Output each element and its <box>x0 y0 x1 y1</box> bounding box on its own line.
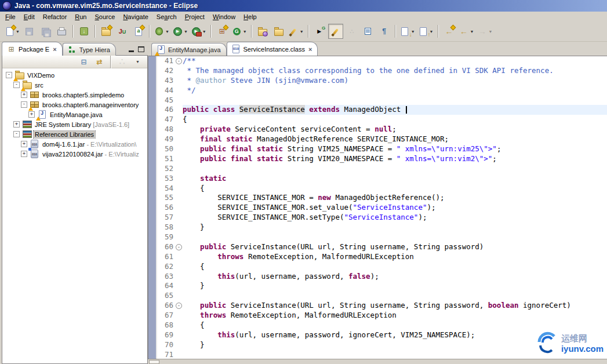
code-line-55[interactable]: 55 SERVICE_INSTANCE_MOR = new ManagedObj… <box>157 193 607 203</box>
code-line-61[interactable]: 61 throws RemoteException, MalformedURLE… <box>157 252 607 262</box>
expand-icon[interactable]: + <box>21 141 27 147</box>
collapse-icon[interactable]: - <box>21 101 27 108</box>
collapse-icon[interactable]: - <box>6 72 12 78</box>
tree-item-brooks-chapter5-simpledemo[interactable]: +brooks.chapter5.simpledemo <box>2 90 147 100</box>
code-line-52[interactable]: 52 <box>157 164 607 174</box>
code-line-44[interactable]: 44 */ <box>157 86 607 96</box>
code-line-51[interactable]: 51 public final static String VIM20_NAME… <box>157 154 607 164</box>
new-wizard-button[interactable]: ▼ <box>3 24 21 39</box>
maximize-view-icon[interactable] <box>138 46 144 52</box>
code-line-54[interactable]: 54 { <box>157 184 607 194</box>
expand-icon[interactable]: + <box>21 92 27 98</box>
code-line-42[interactable]: 42 * The managed object class correspond… <box>157 66 607 76</box>
code-line-58[interactable]: 58 } <box>157 223 607 232</box>
back-button[interactable]: ←▼ <box>458 24 475 39</box>
next-annotation-button[interactable]: ↓▼ <box>399 24 416 39</box>
menu-source[interactable]: Source <box>91 13 119 21</box>
tab-serviceinstance-class[interactable]: 010 ServiceInstance.class × <box>227 42 318 56</box>
fold-collapse-icon[interactable]: - <box>176 58 182 64</box>
new-annotation-button[interactable]: a <box>131 24 146 39</box>
project-tree[interactable]: -VIXDemo-src+brooks.chapter5.simpledemo-… <box>2 68 147 159</box>
tab-type-hierarchy[interactable]: Type Hiera <box>63 43 116 56</box>
code-line-60[interactable]: 60- public ServiceInstance(URL url, Stri… <box>157 242 607 252</box>
open-type-button[interactable] <box>255 24 270 39</box>
menu-project[interactable]: Project <box>181 13 209 21</box>
minimize-view-icon[interactable] <box>129 46 134 52</box>
fold-collapse-icon[interactable]: - <box>176 303 182 309</box>
fold-collapse-icon[interactable]: - <box>176 244 182 250</box>
tab-package-explorer[interactable]: ⊞ Package E × <box>2 42 63 56</box>
tree-item-dom4j-1-6-1-jar[interactable]: +010dom4j-1.6.1.jar - E:\Virtualization\ <box>2 139 147 149</box>
code-line-49[interactable]: 49 final static ManagedObjectReference S… <box>157 134 607 144</box>
scrollbar-thumb[interactable] <box>149 360 159 364</box>
annotation-ruler[interactable] <box>148 56 157 359</box>
code-line-56[interactable]: 56 SERVICE_INSTANCE_MOR.set_value("Servi… <box>157 203 607 213</box>
code-line-47[interactable]: 47{ <box>157 115 607 125</box>
close-icon[interactable]: × <box>308 46 312 53</box>
run-last-launched-button[interactable]: ▶G <box>312 24 327 39</box>
dropdown-arrow-icon[interactable]: ▼ <box>16 30 20 34</box>
menu-help[interactable]: Help <box>239 13 261 21</box>
code-line-45[interactable]: 45 <box>157 96 607 105</box>
code-line-64[interactable]: 64 } <box>157 281 607 291</box>
code-editor[interactable]: 41-/**42 * The managed object class corr… <box>157 56 607 359</box>
collapse-icon[interactable]: - <box>13 82 20 88</box>
tree-item-referenced-libraries[interactable]: -Referenced Libraries <box>2 129 147 139</box>
dropdown-arrow-icon[interactable]: ▼ <box>243 30 247 34</box>
title-bar[interactable]: Java - com.vmware.vim25.mo.ServiceInstan… <box>0 0 607 12</box>
debug-button[interactable]: ▼ <box>153 24 170 39</box>
code-line-59[interactable]: 59 <box>157 232 607 242</box>
tree-item-brooks-chapter6-manageinventory[interactable]: -brooks.chapter6.manageinventory <box>2 100 147 110</box>
code-line-57[interactable]: 57 SERVICE_INSTANCE_MOR.setType("Service… <box>157 213 607 223</box>
search-button[interactable]: ▼ <box>288 24 305 39</box>
show-selected-element-button[interactable] <box>361 24 376 39</box>
horizontal-scrollbar[interactable] <box>148 359 607 364</box>
tree-item-vijava2120100824-jar[interactable]: +010vijava2120100824.jar - E:\Virtualiz <box>2 149 147 159</box>
dropdown-arrow-icon[interactable]: ▼ <box>488 30 492 34</box>
code-line-63[interactable]: 63 this(url, username, password, false); <box>157 272 607 282</box>
code-line-46[interactable]: 46public class ServiceInstance extends M… <box>157 105 607 115</box>
open-resource-button[interactable] <box>271 24 286 39</box>
tab-entitymanage-java[interactable]: J EntityManage.java <box>151 43 227 56</box>
dropdown-arrow-icon[interactable]: ▼ <box>202 30 206 34</box>
tree-item-src[interactable]: -src <box>2 80 147 90</box>
mark-occurrences-button[interactable] <box>328 24 343 39</box>
collapse-icon[interactable]: - <box>13 131 20 137</box>
code-line-65[interactable]: 65 <box>157 291 607 301</box>
menu-navigate[interactable]: Navigate <box>119 13 152 21</box>
code-line-48[interactable]: 48 private ServiceContent serviceContent… <box>157 125 607 134</box>
menu-window[interactable]: Window <box>209 13 239 21</box>
show-whitespace-button[interactable]: ¶ <box>377 24 392 39</box>
tree-item-entitymanage-java[interactable]: +JEntityManage.java <box>2 110 147 119</box>
dropdown-arrow-icon[interactable]: ▼ <box>184 30 188 34</box>
tree-item-jre-system-library[interactable]: +JRE System Library [JavaSE-1.6] <box>2 119 147 129</box>
new-java-project-button[interactable] <box>99 24 114 39</box>
expand-icon[interactable]: + <box>13 121 20 128</box>
expand-icon[interactable]: + <box>21 151 27 157</box>
menu-run[interactable]: Run <box>71 13 90 21</box>
dropdown-arrow-icon[interactable]: ▼ <box>470 30 474 34</box>
dropdown-arrow-icon[interactable]: ▼ <box>300 30 304 34</box>
last-edit-location-button[interactable]: ← <box>442 24 457 39</box>
code-line-43[interactable]: 43 * @author Steve JIN (sjin@vmware.com) <box>157 76 607 86</box>
new-junit-test-button[interactable]: JU <box>115 24 130 39</box>
menu-file[interactable]: File <box>1 13 20 21</box>
expand-icon[interactable]: + <box>28 111 35 118</box>
close-icon[interactable]: × <box>53 46 56 53</box>
external-tools-button[interactable]: ▶▼ <box>190 24 208 39</box>
menu-edit[interactable]: Edit <box>20 13 39 21</box>
code-line-41[interactable]: 41-/** <box>157 56 607 66</box>
gwt-compile-button[interactable]: G▼ <box>231 24 248 39</box>
menu-search[interactable]: Search <box>152 13 181 21</box>
code-line-68[interactable]: 68 { <box>157 321 607 330</box>
code-line-62[interactable]: 62 { <box>157 262 607 272</box>
collapse-all-button[interactable]: ⊟ <box>77 56 90 68</box>
code-line-53[interactable]: 53 static <box>157 174 607 184</box>
menu-refactor[interactable]: Refactor <box>39 13 71 21</box>
code-line-66[interactable]: 66- public ServiceInstance(URL url, Stri… <box>157 301 607 311</box>
print-button[interactable] <box>54 24 70 39</box>
android-install-button[interactable]: ↓ <box>77 24 92 39</box>
run-button[interactable]: ▶▼ <box>172 24 189 39</box>
link-with-editor-button[interactable]: ⇄ <box>93 56 106 68</box>
new-plugin-project-button[interactable]: ⊞ <box>215 24 230 39</box>
